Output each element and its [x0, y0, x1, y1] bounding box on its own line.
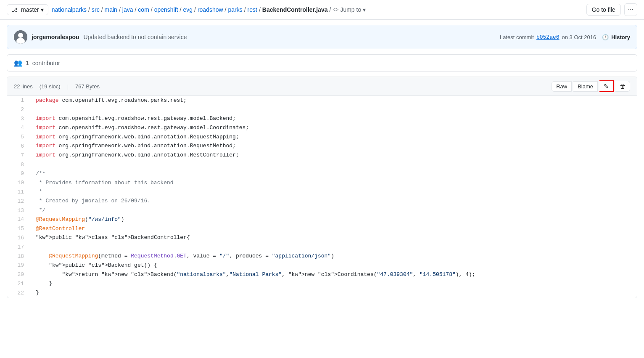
edit-button[interactable]: ✎ — [599, 80, 614, 92]
commit-message: Updated backend to not contain service — [83, 34, 187, 40]
breadcrumb-evg[interactable]: evg — [183, 6, 193, 13]
history-link[interactable]: History — [611, 34, 630, 40]
breadcrumb-filename: BackendController.java — [262, 6, 328, 13]
delete-icon: 🗑 — [620, 83, 626, 90]
line-number: 9 — [7, 169, 29, 178]
line-number: 12 — [7, 197, 29, 206]
breadcrumb-parks[interactable]: parks — [228, 6, 242, 13]
line-code: import com.openshift.evg.roadshow.rest.g… — [29, 123, 637, 133]
code-icon: <> — [333, 7, 338, 13]
jump-to-chevron: ▾ — [363, 6, 366, 13]
line-code: } — [29, 289, 637, 298]
line-number: 1 — [7, 96, 29, 105]
line-number: 7 — [7, 151, 29, 160]
table-row: 4import com.openshift.evg.roadshow.rest.… — [7, 123, 637, 133]
table-row: 21 } — [7, 279, 637, 289]
line-number: 20 — [7, 270, 29, 279]
breadcrumb-java[interactable]: java — [122, 6, 133, 13]
breadcrumb-repo[interactable]: nationalparks — [52, 6, 87, 13]
line-code: */ — [29, 206, 637, 215]
table-row: 8 — [7, 160, 637, 170]
table-row: 1package com.openshift.evg.roadshow.park… — [7, 96, 637, 105]
go-to-file-button[interactable]: Go to file — [586, 4, 621, 16]
table-row: 7import org.springframework.web.bind.ann… — [7, 151, 637, 160]
breadcrumb: nationalparks / src / main / java / com … — [52, 6, 583, 13]
chevron-down-icon: ▾ — [41, 6, 44, 13]
table-row: 16"kw">public "kw">class "cls">BackendCo… — [7, 233, 637, 243]
table-row: 17 — [7, 243, 637, 252]
more-options-button[interactable]: ··· — [624, 3, 637, 16]
commit-bar: jorgemoralespou Updated backend to not c… — [7, 25, 637, 49]
file-actions: Raw Blame ✎ 🗑 — [552, 80, 630, 92]
contributors-icon: 👥 — [14, 59, 22, 67]
blame-button[interactable]: Blame — [573, 81, 598, 92]
table-row: 18 @RequestMapping(method = RequestMetho… — [7, 252, 637, 261]
branch-icon: ⎇ — [11, 7, 18, 13]
line-number: 19 — [7, 261, 29, 270]
table-row: 19 "kw">public "cls">Backend get() { — [7, 261, 637, 270]
file-lines: 22 lines — [14, 83, 33, 90]
table-row: 22} — [7, 289, 637, 298]
line-code: import org.springframework.web.bind.anno… — [29, 133, 637, 142]
commit-date: on 3 Oct 2016 — [562, 34, 596, 40]
file-size: 767 Bytes — [75, 83, 100, 90]
breadcrumb-openshift[interactable]: openshift — [154, 6, 178, 13]
line-code: /** — [29, 169, 637, 178]
line-code: * Created by jmorales on 26/09/16. — [29, 197, 637, 206]
contributors-bar: 👥 1 contributor — [7, 54, 637, 72]
file-meta: 22 lines (19 sloc) | 767 Bytes — [14, 83, 100, 90]
top-bar-actions: Go to file ··· — [586, 3, 637, 16]
line-number: 8 — [7, 160, 29, 170]
jump-to[interactable]: <> Jump to ▾ — [333, 6, 366, 13]
avatar — [14, 30, 27, 44]
line-code — [29, 160, 637, 170]
commit-author[interactable]: jorgemoralespou — [32, 34, 79, 40]
line-number: 15 — [7, 224, 29, 233]
line-code: import org.springframework.web.bind.anno… — [29, 151, 637, 160]
table-row: 5import org.springframework.web.bind.ann… — [7, 133, 637, 142]
commit-meta: Latest commit b052ae6 on 3 Oct 2016 🕐 Hi… — [500, 34, 630, 40]
jump-to-label: Jump to — [340, 6, 361, 13]
line-code: @RequestMapping("/ws/info") — [29, 215, 637, 224]
line-number: 4 — [7, 123, 29, 133]
breadcrumb-roadshow[interactable]: roadshow — [198, 6, 223, 13]
commit-info: jorgemoralespou Updated backend to not c… — [32, 34, 496, 40]
line-number: 11 — [7, 188, 29, 197]
line-number: 21 — [7, 279, 29, 289]
line-number: 3 — [7, 114, 29, 124]
table-row: 11 * — [7, 188, 637, 197]
line-code: "kw">public "kw">class "cls">BackendCont… — [29, 233, 637, 243]
line-number: 16 — [7, 233, 29, 243]
line-code: * Provides information about this backen… — [29, 178, 637, 188]
breadcrumb-main[interactable]: main — [105, 6, 117, 13]
breadcrumb-com[interactable]: com — [138, 6, 149, 13]
line-code: @RestController — [29, 224, 637, 233]
table-row: 12 * Created by jmorales on 26/09/16. — [7, 197, 637, 206]
line-code: "kw">public "cls">Backend get() { — [29, 261, 637, 270]
line-code: "kw">return "kw">new "cls">Backend("nati… — [29, 270, 637, 279]
breadcrumb-src[interactable]: src — [92, 6, 100, 13]
table-row: 14@RequestMapping("/ws/info") — [7, 215, 637, 224]
table-row: 15@RestController — [7, 224, 637, 233]
file-sloc: (19 sloc) — [40, 83, 61, 90]
commit-hash[interactable]: b052ae6 — [536, 34, 560, 40]
edit-icon: ✎ — [604, 83, 609, 90]
delete-button[interactable]: 🗑 — [615, 81, 630, 92]
table-row: 13 */ — [7, 206, 637, 215]
line-code — [29, 243, 637, 252]
table-row: 2 — [7, 105, 637, 114]
contributors-label: contributor — [32, 60, 60, 66]
raw-button[interactable]: Raw — [552, 81, 572, 92]
line-number: 5 — [7, 133, 29, 142]
table-row: 9/** — [7, 169, 637, 178]
breadcrumb-rest[interactable]: rest — [248, 6, 257, 13]
avatar-image — [14, 30, 27, 44]
code-table: 1package com.openshift.evg.roadshow.park… — [7, 96, 637, 298]
line-code — [29, 105, 637, 114]
table-row: 3import com.openshift.evg.roadshow.rest.… — [7, 114, 637, 124]
line-number: 18 — [7, 252, 29, 261]
line-number: 2 — [7, 105, 29, 114]
table-row: 20 "kw">return "kw">new "cls">Backend("n… — [7, 270, 637, 279]
file-viewer: 22 lines (19 sloc) | 767 Bytes Raw Blame… — [7, 77, 637, 298]
branch-selector[interactable]: ⎇ master ▾ — [7, 4, 48, 15]
